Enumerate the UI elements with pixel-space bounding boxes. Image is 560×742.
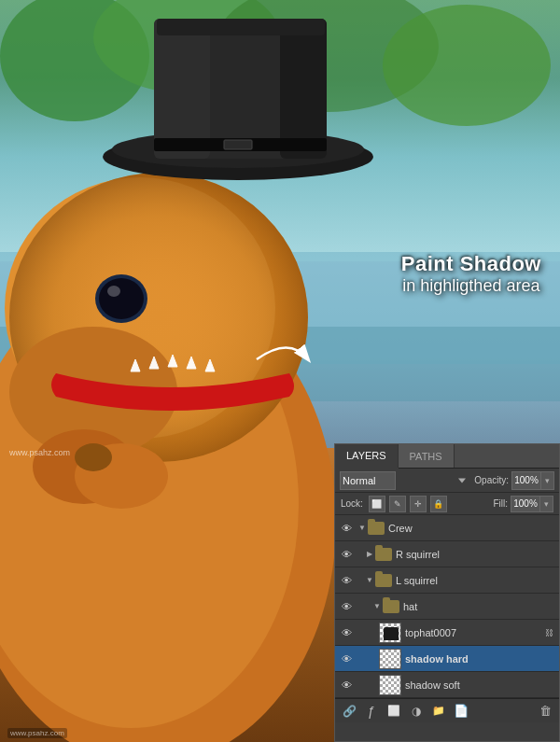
delete-layer-button[interactable]: 🗑 <box>535 702 555 721</box>
layer-row-rsquirrel[interactable]: 👁 ▶ R squirrel <box>335 541 559 567</box>
layer-thumb-shadowhard <box>379 649 401 669</box>
fill-arrow-icon[interactable]: ▾ <box>540 496 553 512</box>
svg-point-14 <box>107 286 120 297</box>
lock-icons-group: ⬜ ✎ ✛ 🔒 <box>369 496 494 512</box>
layer-visibility-crew[interactable]: 👁 <box>339 521 354 536</box>
layer-name-hat: hat <box>403 601 555 612</box>
fill-label: Fill: <box>493 498 508 509</box>
opacity-label: Opacity: <box>474 475 509 485</box>
layer-expand-crew[interactable]: ▼ <box>357 523 368 534</box>
layer-name-shadowsoft: shadow soft <box>405 679 555 691</box>
layer-visibility-shadowsoft[interactable]: 👁 <box>339 678 354 693</box>
annotation-box: Paint Shadow in highligthed area <box>401 252 541 296</box>
lock-paint-icon[interactable]: ✎ <box>389 496 406 512</box>
annotation-line2: in highligthed area <box>401 276 541 296</box>
layer-folder-rsquirrel <box>375 548 392 561</box>
layer-folder-crew <box>368 522 385 535</box>
layer-expand-rsquirrel[interactable]: ▶ <box>364 549 375 560</box>
layer-thumb-shadowsoft <box>379 675 401 695</box>
blend-opacity-row: Normal Dissolve Multiply Screen Overlay … <box>335 469 559 493</box>
layer-row-tophat0007[interactable]: 👁 tophat0007 ⛓ <box>335 620 559 646</box>
add-mask-button[interactable]: ⬜ <box>384 702 404 721</box>
tab-layers[interactable]: LAYERS <box>335 444 399 469</box>
svg-rect-21 <box>154 19 210 159</box>
lock-pixel-icon[interactable]: ⬜ <box>369 496 385 512</box>
new-group-button[interactable]: 📁 <box>428 702 449 721</box>
layer-row-hat[interactable]: 👁 ▼ hat <box>335 594 559 620</box>
layer-name-shadowhard: shadow hard <box>405 653 555 665</box>
layer-expand-lsquirrel[interactable]: ▼ <box>364 575 375 586</box>
svg-point-17 <box>75 443 112 471</box>
watermark-ps: www.psahz.com <box>7 728 67 738</box>
opacity-arrow-icon[interactable]: ▾ <box>541 471 554 490</box>
add-style-button[interactable]: ƒ <box>361 702 382 721</box>
svg-point-13 <box>99 278 144 319</box>
new-fill-adjustment-button[interactable]: ◑ <box>406 702 427 721</box>
svg-rect-22 <box>280 19 327 159</box>
layer-row-crew[interactable]: 👁 ▼ Crew <box>335 515 559 541</box>
layer-thumb-tophat0007 <box>379 623 401 643</box>
svg-rect-23 <box>157 19 325 35</box>
layer-row-shadowhard[interactable]: 👁 shadow hard <box>335 646 559 672</box>
layer-visibility-hat[interactable]: 👁 <box>339 599 354 614</box>
layer-expand-hat[interactable]: ▼ <box>371 601 383 612</box>
layer-name-crew: Crew <box>388 523 555 534</box>
layer-visibility-shadowhard[interactable]: 👁 <box>339 651 354 666</box>
blend-mode-select[interactable]: Normal Dissolve Multiply Screen Overlay <box>340 471 396 490</box>
svg-rect-25 <box>224 140 252 149</box>
layers-panel: LAYERS PATHS Normal Dissolve Multiply Sc… <box>334 443 560 742</box>
lock-all-icon[interactable]: 🔒 <box>430 496 447 512</box>
layer-visibility-lsquirrel[interactable]: 👁 <box>339 573 354 588</box>
link-layers-button[interactable]: 🔗 <box>339 702 359 721</box>
blend-mode-arrow-icon <box>458 478 466 483</box>
layer-visibility-rsquirrel[interactable]: 👁 <box>339 547 354 562</box>
layers-panel-header: LAYERS PATHS <box>335 444 559 469</box>
lock-label: Lock: <box>341 498 363 509</box>
layer-name-tophat0007: tophat0007 <box>405 627 542 638</box>
layer-row-lsquirrel[interactable]: 👁 ▼ L squirrel <box>335 567 559 594</box>
layer-name-rsquirrel: R squirrel <box>396 549 555 560</box>
layer-visibility-tophat0007[interactable]: 👁 <box>339 625 354 640</box>
layer-chain-icon-tophat0007[interactable]: ⛓ <box>542 626 555 639</box>
layer-row-shadowsoft[interactable]: 👁 shadow soft <box>335 672 559 698</box>
layers-list: 👁 ▼ Crew 👁 ▶ R squirrel 👁 ▼ L squirrel 👁… <box>335 515 559 698</box>
layer-folder-hat <box>383 600 399 613</box>
svg-point-3 <box>383 5 551 126</box>
lock-move-icon[interactable]: ✛ <box>410 496 427 512</box>
layer-name-lsquirrel: L squirrel <box>396 575 555 586</box>
watermark: www.psahz.com <box>9 448 70 457</box>
lock-fill-row: Lock: ⬜ ✎ ✛ 🔒 Fill: ▾ <box>335 493 559 515</box>
layer-thumb-hat-shape <box>384 627 399 640</box>
blend-mode-wrapper: Normal Dissolve Multiply Screen Overlay <box>340 471 469 490</box>
tab-paths[interactable]: PATHS <box>399 444 455 468</box>
fill-input[interactable] <box>511 496 540 512</box>
annotation-line1: Paint Shadow <box>401 252 541 276</box>
layer-folder-lsquirrel <box>375 574 392 587</box>
opacity-input[interactable] <box>511 471 541 490</box>
layers-toolbar: 🔗 ƒ ⬜ ◑ 📁 📄 🗑 <box>335 698 559 722</box>
new-layer-button[interactable]: 📄 <box>451 702 471 721</box>
